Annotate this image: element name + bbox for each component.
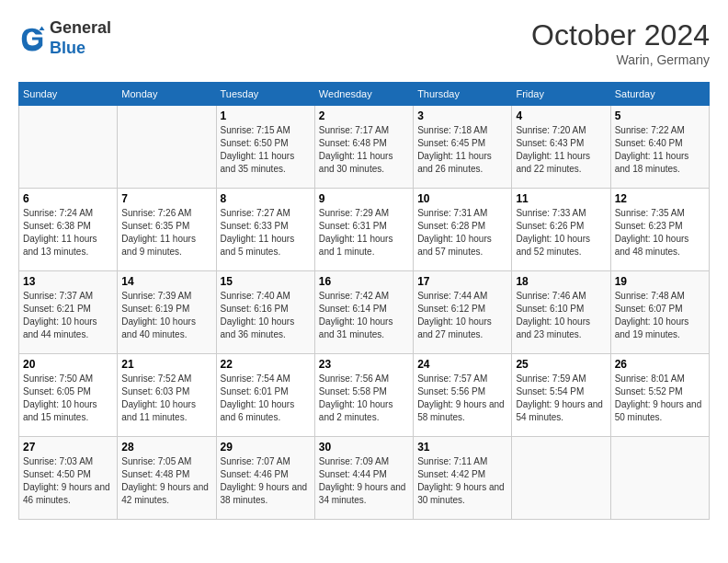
day-number: 16: [319, 275, 409, 288]
day-info: Sunrise: 7:35 AMSunset: 6:23 PMDaylight:…: [615, 207, 705, 259]
week-row-4: 20Sunrise: 7:50 AMSunset: 6:05 PMDayligh…: [19, 354, 710, 437]
day-info: Sunrise: 7:18 AMSunset: 6:45 PMDaylight:…: [417, 124, 507, 176]
calendar-cell: 29Sunrise: 7:07 AMSunset: 4:46 PMDayligh…: [216, 437, 314, 520]
calendar-cell: [118, 106, 216, 189]
calendar-cell: 5Sunrise: 7:22 AMSunset: 6:40 PMDaylight…: [610, 106, 709, 189]
day-info: Sunrise: 7:29 AMSunset: 6:31 PMDaylight:…: [319, 207, 409, 259]
title-section: October 2024 Warin, Germany: [531, 18, 710, 67]
day-info: Sunrise: 7:33 AMSunset: 6:26 PMDaylight:…: [516, 207, 606, 259]
day-number: 30: [319, 441, 409, 454]
calendar-cell: 6Sunrise: 7:24 AMSunset: 6:38 PMDaylight…: [19, 189, 118, 271]
calendar-cell: 23Sunrise: 7:56 AMSunset: 5:58 PMDayligh…: [314, 354, 413, 437]
calendar-cell: 1Sunrise: 7:15 AMSunset: 6:50 PMDaylight…: [216, 106, 314, 189]
calendar-cell: 2Sunrise: 7:17 AMSunset: 6:48 PMDaylight…: [314, 106, 413, 189]
weekday-header-friday: Friday: [512, 83, 610, 106]
day-info: Sunrise: 7:11 AMSunset: 4:42 PMDaylight:…: [417, 455, 507, 507]
calendar-cell: 16Sunrise: 7:42 AMSunset: 6:14 PMDayligh…: [314, 271, 413, 354]
day-number: 14: [121, 275, 211, 288]
calendar-cell: [512, 437, 610, 520]
day-info: Sunrise: 7:15 AMSunset: 6:50 PMDaylight:…: [221, 124, 311, 176]
day-info: Sunrise: 7:54 AMSunset: 6:01 PMDaylight:…: [221, 373, 311, 424]
day-number: 13: [23, 275, 113, 288]
day-number: 25: [516, 358, 606, 371]
day-info: Sunrise: 7:09 AMSunset: 4:44 PMDaylight:…: [319, 455, 409, 507]
day-number: 4: [516, 109, 606, 122]
calendar-cell: 10Sunrise: 7:31 AMSunset: 6:28 PMDayligh…: [414, 189, 512, 271]
day-number: 8: [221, 192, 311, 205]
day-number: 10: [417, 192, 507, 205]
week-row-1: 1Sunrise: 7:15 AMSunset: 6:50 PMDaylight…: [19, 106, 710, 189]
day-info: Sunrise: 7:37 AMSunset: 6:21 PMDaylight:…: [23, 290, 113, 341]
calendar-cell: 13Sunrise: 7:37 AMSunset: 6:21 PMDayligh…: [19, 271, 118, 354]
day-info: Sunrise: 7:46 AMSunset: 6:10 PMDaylight:…: [516, 290, 606, 341]
day-number: 26: [615, 358, 705, 371]
calendar-cell: 30Sunrise: 7:09 AMSunset: 4:44 PMDayligh…: [314, 437, 413, 520]
week-row-5: 27Sunrise: 7:03 AMSunset: 4:50 PMDayligh…: [19, 437, 710, 520]
weekday-header-monday: Monday: [118, 83, 216, 106]
day-number: 9: [319, 192, 409, 205]
calendar-cell: 3Sunrise: 7:18 AMSunset: 6:45 PMDaylight…: [414, 106, 512, 189]
calendar-cell: [610, 437, 709, 520]
logo-text: General Blue: [50, 18, 111, 58]
calendar-cell: 20Sunrise: 7:50 AMSunset: 6:05 PMDayligh…: [19, 354, 118, 437]
day-number: 3: [417, 109, 507, 122]
day-number: 23: [319, 358, 409, 371]
day-info: Sunrise: 7:27 AMSunset: 6:33 PMDaylight:…: [221, 207, 311, 259]
month-title: October 2024: [531, 18, 710, 52]
day-number: 24: [417, 358, 507, 371]
calendar-cell: 19Sunrise: 7:48 AMSunset: 6:07 PMDayligh…: [610, 271, 709, 354]
day-info: Sunrise: 7:48 AMSunset: 6:07 PMDaylight:…: [615, 290, 705, 341]
calendar-cell: 15Sunrise: 7:40 AMSunset: 6:16 PMDayligh…: [216, 271, 314, 354]
calendar-cell: [19, 106, 118, 189]
day-number: 29: [221, 441, 311, 454]
day-number: 22: [221, 358, 311, 371]
weekday-header-sunday: Sunday: [19, 83, 118, 106]
week-row-2: 6Sunrise: 7:24 AMSunset: 6:38 PMDaylight…: [19, 189, 710, 271]
day-info: Sunrise: 7:24 AMSunset: 6:38 PMDaylight:…: [23, 207, 113, 259]
calendar-cell: 11Sunrise: 7:33 AMSunset: 6:26 PMDayligh…: [512, 189, 610, 271]
day-info: Sunrise: 8:01 AMSunset: 5:52 PMDaylight:…: [615, 373, 705, 424]
calendar-cell: 7Sunrise: 7:26 AMSunset: 6:35 PMDaylight…: [118, 189, 216, 271]
day-info: Sunrise: 7:44 AMSunset: 6:12 PMDaylight:…: [417, 290, 507, 341]
day-info: Sunrise: 7:42 AMSunset: 6:14 PMDaylight:…: [319, 290, 409, 341]
day-info: Sunrise: 7:22 AMSunset: 6:40 PMDaylight:…: [615, 124, 705, 176]
day-info: Sunrise: 7:17 AMSunset: 6:48 PMDaylight:…: [319, 124, 409, 176]
day-number: 2: [319, 109, 409, 122]
day-number: 17: [417, 275, 507, 288]
calendar-cell: 14Sunrise: 7:39 AMSunset: 6:19 PMDayligh…: [118, 271, 216, 354]
day-info: Sunrise: 7:59 AMSunset: 5:54 PMDaylight:…: [516, 373, 606, 424]
day-info: Sunrise: 7:31 AMSunset: 6:28 PMDaylight:…: [417, 207, 507, 259]
day-info: Sunrise: 7:39 AMSunset: 6:19 PMDaylight:…: [121, 290, 211, 341]
calendar-cell: 12Sunrise: 7:35 AMSunset: 6:23 PMDayligh…: [610, 189, 709, 271]
calendar-cell: 26Sunrise: 8:01 AMSunset: 5:52 PMDayligh…: [610, 354, 709, 437]
day-number: 5: [615, 109, 705, 122]
week-row-3: 13Sunrise: 7:37 AMSunset: 6:21 PMDayligh…: [19, 271, 710, 354]
day-info: Sunrise: 7:56 AMSunset: 5:58 PMDaylight:…: [319, 373, 409, 424]
header: General Blue October 2024 Warin, Germany: [18, 18, 710, 67]
day-info: Sunrise: 7:03 AMSunset: 4:50 PMDaylight:…: [23, 455, 113, 507]
day-info: Sunrise: 7:07 AMSunset: 4:46 PMDaylight:…: [221, 455, 311, 507]
day-number: 6: [23, 192, 113, 205]
day-info: Sunrise: 7:05 AMSunset: 4:48 PMDaylight:…: [121, 455, 211, 507]
weekday-header-row: SundayMondayTuesdayWednesdayThursdayFrid…: [19, 83, 710, 106]
day-number: 7: [121, 192, 211, 205]
calendar-cell: 24Sunrise: 7:57 AMSunset: 5:56 PMDayligh…: [414, 354, 512, 437]
weekday-header-tuesday: Tuesday: [216, 83, 314, 106]
calendar-cell: 22Sunrise: 7:54 AMSunset: 6:01 PMDayligh…: [216, 354, 314, 437]
day-info: Sunrise: 7:20 AMSunset: 6:43 PMDaylight:…: [516, 124, 606, 176]
calendar-cell: 9Sunrise: 7:29 AMSunset: 6:31 PMDaylight…: [314, 189, 413, 271]
logo-blue: Blue: [50, 39, 111, 59]
day-number: 19: [615, 275, 705, 288]
day-number: 15: [221, 275, 311, 288]
weekday-header-wednesday: Wednesday: [314, 83, 413, 106]
day-number: 27: [23, 441, 113, 454]
logo-general: General: [50, 18, 111, 39]
day-info: Sunrise: 7:57 AMSunset: 5:56 PMDaylight:…: [417, 373, 507, 424]
calendar-cell: 25Sunrise: 7:59 AMSunset: 5:54 PMDayligh…: [512, 354, 610, 437]
day-number: 11: [516, 192, 606, 205]
day-info: Sunrise: 7:40 AMSunset: 6:16 PMDaylight:…: [221, 290, 311, 341]
calendar-cell: 8Sunrise: 7:27 AMSunset: 6:33 PMDaylight…: [216, 189, 314, 271]
logo-icon: [18, 25, 46, 52]
day-number: 1: [221, 109, 311, 122]
day-number: 18: [516, 275, 606, 288]
